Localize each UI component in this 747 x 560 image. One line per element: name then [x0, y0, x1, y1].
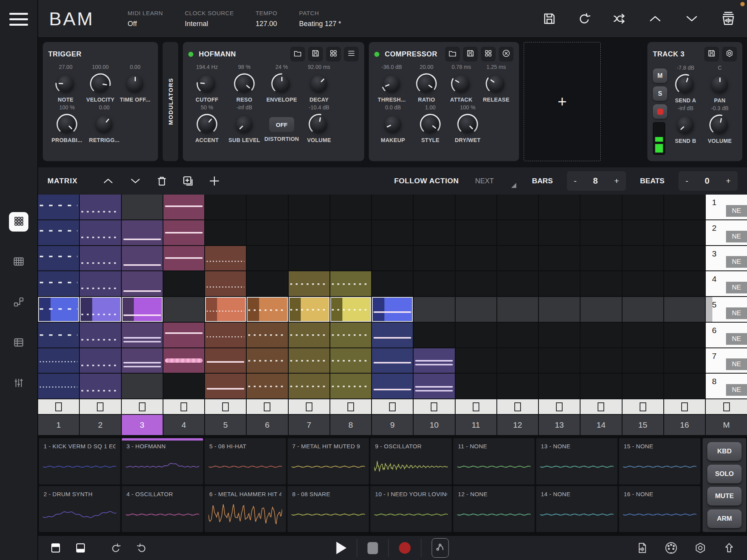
track-number-12[interactable]: 12	[497, 415, 538, 435]
matrix-cell-r5-c2[interactable]	[80, 297, 121, 322]
matrix-cell-r2-c7[interactable]	[289, 220, 330, 245]
matrix-cell-r8-c2[interactable]	[80, 374, 121, 398]
column-checkbox-12[interactable]	[497, 399, 538, 414]
matrix-cell-r6-c4[interactable]	[163, 323, 204, 348]
matrix-cell-r4-c6[interactable]	[247, 271, 288, 296]
decay-knob[interactable]: 92.00 msDECAY	[300, 64, 338, 103]
scene-launch-8[interactable]: 8NE	[706, 374, 747, 398]
matrix-cell-r6-c12[interactable]	[497, 323, 538, 348]
track-number-14[interactable]: 14	[580, 415, 621, 435]
sidebar-item-patch-edit[interactable]	[9, 293, 28, 312]
matrix-cell-r2-c12[interactable]	[497, 220, 538, 245]
matrix-cell-r1-c12[interactable]	[497, 195, 538, 219]
matrix-cell-r5-c11[interactable]	[456, 297, 496, 322]
automation-button[interactable]	[432, 538, 449, 558]
velocity-knob[interactable]: 100.00VELOCITY	[83, 64, 117, 103]
matrix-cell-r4-c9[interactable]	[372, 271, 413, 296]
matrix-cell-r2-c3[interactable]	[122, 220, 163, 245]
matrix-cell-r3-c4[interactable]	[163, 246, 204, 271]
track-number-13[interactable]: 13	[539, 415, 580, 435]
matrix-cell-r7-c14[interactable]	[580, 348, 621, 373]
matrix-cell-r5-c1[interactable]	[38, 297, 79, 322]
matrix-cell-r7-c5[interactable]	[205, 348, 246, 373]
matrix-cell-r5-c7[interactable]	[289, 297, 330, 322]
matrix-cell-r5-c5[interactable]	[205, 297, 246, 322]
sidebar-item-mixer[interactable]	[9, 374, 28, 393]
matrix-cell-r8-c14[interactable]	[580, 374, 621, 398]
matrix-cell-r3-c13[interactable]	[539, 246, 580, 271]
style-knob[interactable]: 1.00STYLE	[412, 104, 449, 143]
matrix-cell-r5-c14[interactable]	[580, 297, 621, 322]
track-card-2[interactable]: 2 - DRUM SYNTH	[39, 486, 120, 532]
track-card-8[interactable]: 8 - 08 SNARE	[288, 486, 369, 532]
send-a-knob[interactable]: -7.8 dBSEND A	[668, 65, 703, 104]
grid-view-button[interactable]	[481, 47, 496, 61]
sidebar-item-matrix-view[interactable]	[9, 212, 28, 232]
track-number-5[interactable]: 5	[205, 415, 246, 435]
bars-decrement-button[interactable]: -	[574, 176, 577, 186]
scene-launch-5[interactable]: 5NE	[706, 297, 747, 322]
column-checkbox-4[interactable]	[163, 399, 204, 414]
matrix-cell-r7-c8[interactable]	[330, 348, 371, 373]
scene-launch-2[interactable]: 2NE	[706, 220, 747, 245]
matrix-cell-r4-c13[interactable]	[539, 271, 580, 296]
thresh-knob[interactable]: -36.0 dBTHRESH...	[374, 64, 409, 103]
matrix-cell-r2-c11[interactable]	[456, 220, 496, 245]
arm-record-button[interactable]	[653, 104, 667, 119]
track-number-15[interactable]: 15	[622, 415, 663, 435]
save-patch-icon[interactable]	[542, 12, 556, 26]
matrix-cell-r7-c11[interactable]	[456, 348, 496, 373]
send-b-knob[interactable]: -inf dBSEND B	[668, 105, 703, 144]
matrix-cell-r1-c16[interactable]	[664, 195, 705, 219]
kbd-button[interactable]: KBD	[707, 442, 742, 461]
matrix-cell-r2-c13[interactable]	[539, 220, 580, 245]
track-card-10[interactable]: 10 - I NEED YOUR LOVING	[370, 486, 452, 532]
solo-button[interactable]: S	[653, 86, 667, 101]
matrix-cell-r7-c4[interactable]	[163, 348, 204, 373]
time-off-knob[interactable]: 0.00TIME OFF...	[118, 64, 153, 103]
sub-level-knob[interactable]: -inf dBSUB LEVEL	[226, 104, 263, 143]
column-checkbox-15[interactable]	[622, 399, 663, 414]
track-card-16[interactable]: 16 - NONE	[619, 486, 700, 532]
matrix-cell-r1-c1[interactable]	[38, 195, 79, 219]
save-track-button[interactable]	[704, 47, 719, 61]
track-number-M[interactable]: M	[706, 415, 747, 435]
track-number-10[interactable]: 10	[414, 415, 454, 435]
column-checkbox-9[interactable]	[372, 399, 413, 414]
track-card-11[interactable]: 11 - NONE	[453, 438, 535, 485]
track-card-9[interactable]: 9 - OSCILLATOR	[370, 438, 452, 485]
matrix-cell-r3-c11[interactable]	[456, 246, 496, 271]
duplicate-scene-icon[interactable]	[182, 175, 194, 187]
matrix-cell-r6-c9[interactable]	[372, 323, 413, 348]
matrix-cell-r2-c8[interactable]	[330, 220, 371, 245]
modulators-tab[interactable]: MODULATORS	[163, 42, 178, 161]
undo-patch-icon[interactable]	[577, 12, 591, 26]
tempo-field[interactable]: TEMPO 127.00	[256, 10, 277, 28]
matrix-cell-r4-c14[interactable]	[580, 271, 621, 296]
track-number-6[interactable]: 6	[247, 415, 288, 435]
track-number-9[interactable]: 9	[372, 415, 413, 435]
column-checkbox-10[interactable]	[414, 399, 454, 414]
arm-mode-button[interactable]: ARM	[707, 509, 742, 528]
matrix-cell-r4-c4[interactable]	[163, 271, 204, 296]
matrix-cell-r2-c14[interactable]	[580, 220, 621, 245]
dry-wet-knob[interactable]: 100 %DRY/WET	[449, 104, 486, 143]
matrix-cell-r1-c14[interactable]	[580, 195, 621, 219]
track-number-11[interactable]: 11	[456, 415, 496, 435]
matrix-cell-r8-c1[interactable]	[38, 374, 79, 398]
matrix-cell-r8-c13[interactable]	[539, 374, 580, 398]
matrix-cell-r3-c10[interactable]	[414, 246, 454, 271]
track-number-4[interactable]: 4	[163, 415, 204, 435]
matrix-cell-r2-c6[interactable]	[247, 220, 288, 245]
stop-button[interactable]	[368, 542, 378, 554]
matrix-cell-r6-c13[interactable]	[539, 323, 580, 348]
matrix-cell-r5-c9[interactable]	[372, 297, 413, 322]
matrix-cell-r4-c5[interactable]	[205, 271, 246, 296]
track-number-7[interactable]: 7	[289, 415, 330, 435]
matrix-cell-r6-c14[interactable]	[580, 323, 621, 348]
settings-icon[interactable]	[694, 542, 707, 554]
matrix-cell-r1-c11[interactable]	[456, 195, 496, 219]
matrix-cell-r5-c16[interactable]	[664, 297, 705, 322]
track-card-3[interactable]: 3 - HOFMANN	[122, 438, 203, 485]
matrix-cell-r1-c6[interactable]	[247, 195, 288, 219]
